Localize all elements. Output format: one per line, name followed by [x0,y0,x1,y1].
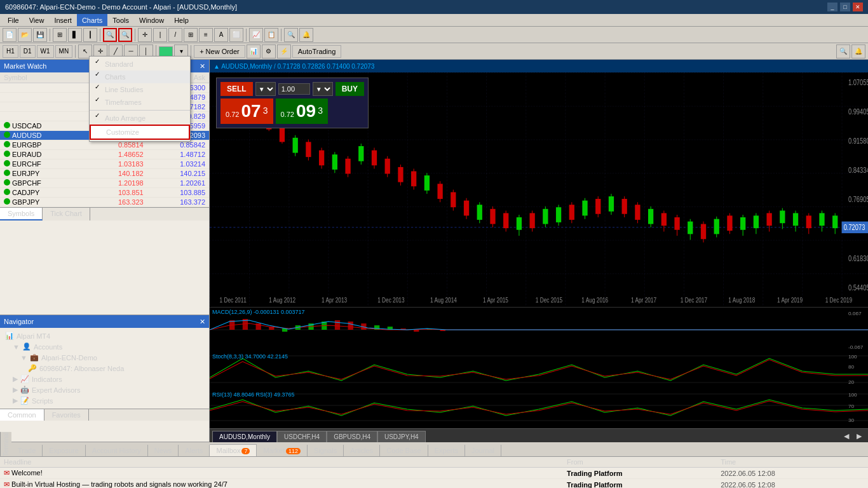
term-tab-experts[interactable]: Experts [428,445,465,456]
nav-tab-favorites[interactable]: Favorites [44,409,89,421]
tb-candle-chart[interactable]: ┃ [83,28,97,42]
chart-tab-gbpusd[interactable]: GBPUSD,H4 [327,431,377,442]
mw-symbol[interactable]: EURAUD [0,150,85,159]
term-tab-signals[interactable]: Signals [308,445,344,456]
tb-search[interactable]: 🔍 [284,28,298,42]
chart-tab-usdchf[interactable]: USDCHF,H4 [277,431,327,442]
menu-help[interactable]: Help [169,14,194,26]
term-tab-trade[interactable]: Trade [11,445,43,456]
mw-symbol[interactable]: EURGBP [0,140,85,150]
tb-profiles[interactable]: ⊞ [53,28,67,42]
nav-account-id[interactable]: 🔑 60986047: Albonaser Neda [3,363,207,374]
tb-bar-chart[interactable]: ▋ [68,28,82,42]
menu-view[interactable]: View [24,14,50,26]
tb-chart-btn1[interactable]: 📊 [247,44,261,58]
tb-crosshair[interactable]: ✛ [138,28,152,42]
term-tab-journal[interactable]: Journal [465,445,501,456]
mw-symbol[interactable] [0,112,85,121]
mw-symbol[interactable]: USDCAD [0,121,85,131]
mw-symbol[interactable]: AUDUSD [0,131,85,140]
chart-scroll-right[interactable]: ▶ [853,430,865,442]
sell-button[interactable]: SELL [220,82,253,96]
navigator-content: 📊 Alpari MT4 ▼ 👤 Accounts ▼ 💼 Alpari-ECN… [0,328,209,409]
tb-indicators[interactable]: 📈 [249,28,263,42]
mw-tab-symbols[interactable]: Symbols [0,208,43,220]
term-tab-exposure[interactable]: Exposure [43,445,85,456]
tb-autoscroll[interactable]: A [214,28,228,42]
nav-scripts[interactable]: ▶ 📝 Scripts [3,395,207,406]
menu-file[interactable]: File [3,14,24,26]
term-tab-market[interactable]: Market112 [257,445,308,456]
navigator-close[interactable]: ✕ [200,318,205,326]
mw-symbol[interactable] [0,102,85,112]
nav-ecn-demo[interactable]: ▼ 💼 Alpari-ECN-Demo [3,352,207,363]
dd-auto-arrange[interactable]: Auto Arrange [90,112,190,125]
tb-grid[interactable]: ⊞ [184,28,198,42]
minimize-button[interactable]: _ [827,3,837,11]
nav-experts[interactable]: ▶ 🤖 Expert Advisors [3,384,207,395]
nav-alpari-mt4[interactable]: 📊 Alpari MT4 [3,330,207,341]
term-tab-articles[interactable]: Articles [344,445,380,456]
tb-save[interactable]: 💾 [33,28,47,42]
tf-h1[interactable]: H1 [3,45,18,58]
tb-color-picker[interactable] [159,46,173,57]
buy-button[interactable]: BUY [336,82,364,96]
chart-scroll-left[interactable]: ◀ [840,430,853,442]
menu-window[interactable]: Window [134,14,169,26]
mw-tab-tick[interactable]: Tick Chart [43,208,90,220]
new-order-button[interactable]: + New Order [194,45,245,58]
nav-accounts[interactable]: ▼ 👤 Accounts [3,341,207,352]
term-tab-alerts[interactable]: Alerts [179,445,210,456]
menu-charts[interactable]: Charts [77,14,107,26]
tb-vol[interactable]: ≡ [199,28,213,42]
tb-scale[interactable]: / [168,28,182,42]
nav-indicators[interactable]: ▶ 📈 Indicators [3,374,207,384]
mw-symbol[interactable]: EURJPY [0,169,85,179]
mw-symbol[interactable]: GBPCHF [0,179,85,188]
dd-line-studies[interactable]: Line Studies [90,83,190,96]
dd-standard[interactable]: Standard [90,58,190,71]
tb-period-sep[interactable]: | [153,28,167,42]
tb-fix-scale[interactable]: ⬜ [229,28,243,42]
mw-symbol[interactable]: CADJPY [0,188,85,198]
term-tab-code-base[interactable]: Code Base [380,445,428,456]
mw-symbol[interactable]: EURCHF [0,159,85,169]
trade-type-select[interactable]: ▼ [255,82,276,96]
chart-tab-audusd[interactable]: AUDUSD,Monthly [212,431,277,442]
dd-customize[interactable]: Customize [90,125,190,140]
tb-zoom-out[interactable]: 🔍 [118,28,132,42]
term-tab-news[interactable]: News [148,445,179,456]
menu-tools[interactable]: Tools [107,14,134,26]
dd-charts[interactable]: Charts [90,71,190,83]
tb-template[interactable]: 📋 [264,28,278,42]
sell-price-sup: 3 [263,105,268,116]
close-button[interactable]: ✕ [853,3,863,11]
tf-w1[interactable]: W1 [37,45,54,58]
tb-open[interactable]: 📂 [18,28,32,42]
term-tab-account-history[interactable]: Account History [86,445,148,456]
market-watch-close[interactable]: ✕ [200,62,205,71]
tb-new-chart[interactable]: 📄 [3,28,17,42]
menu-insert[interactable]: Insert [49,14,77,26]
nav-tab-common[interactable]: Common [0,409,44,421]
term-tab-mailbox[interactable]: Mailbox7 [210,444,257,456]
dd-timeframes[interactable]: Timeframes [90,96,190,109]
tb-chart-btn3[interactable]: ⚡ [277,44,291,58]
svg-text:0.067: 0.067 [848,311,862,316]
mw-symbol[interactable] [0,93,85,102]
tb-zoom-in[interactable]: 🔍 [103,28,117,42]
mw-symbol[interactable] [0,83,85,93]
tb-search2[interactable]: 🔍 [836,44,850,58]
tf-d1[interactable]: D1 [20,45,36,58]
auto-trading-button[interactable]: AutoTrading [292,45,342,58]
nav-expand-experts: ▶ [13,386,18,394]
tb-alert[interactable]: 🔔 [299,28,313,42]
trade-type-select2[interactable]: ▼ [313,82,333,96]
quantity-input[interactable] [278,83,310,95]
tb-alerts2[interactable]: 🔔 [851,44,865,58]
tf-mn[interactable]: MN [55,45,73,58]
tb-chart-btn2[interactable]: ⚙ [262,44,276,58]
mw-symbol[interactable]: GBPJPY [0,198,85,207]
chart-tab-usdjpy[interactable]: USDJPY,H4 [377,431,426,442]
maximize-button[interactable]: □ [840,3,850,11]
